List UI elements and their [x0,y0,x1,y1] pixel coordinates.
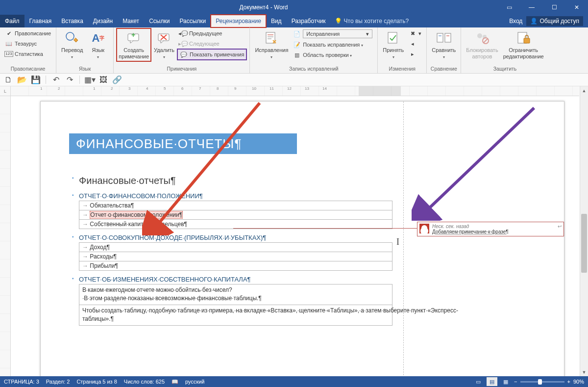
translate-button[interactable]: Перевод [59,28,85,59]
share-button[interactable]: 👤 Общий доступ [526,16,583,26]
heading-3[interactable]: ОТЧЕТ·ОБ·ИЗМЕНЕНИЯХ·СОБСТВЕННОГО·КАПИТАЛ… [79,276,392,283]
view-web-icon[interactable]: ▦ [500,377,511,386]
spelling-label: Правописание [15,30,51,37]
qat-table-icon[interactable]: ▦▾ [84,75,95,85]
track-changes-button[interactable]: Исправления [253,28,290,59]
tell-me[interactable]: 💡 Что вы хотите сделать? [331,15,413,27]
qat-undo-icon[interactable]: ↶ [50,75,61,85]
tab-layout[interactable]: Макет [118,15,144,27]
prev-comment-label: Предыдущее [189,30,222,37]
table-row[interactable]: Прибыли¶ [79,261,392,271]
show-markup-dropdown[interactable]: 📝Показать исправления [291,40,374,50]
qat-link-icon[interactable]: 🔗 [112,75,122,85]
reply-icon[interactable]: ↩ [558,224,562,229]
reviewing-pane-dropdown[interactable]: ▥Область проверки [291,50,374,60]
tab-review[interactable]: Рецензирование [211,15,266,27]
heading-3[interactable]: ОТЧЕТ·О·СОВОКУПНОМ·ДОХОДЕ·(ПРИБЫЛЯХ·И·УБ… [79,234,392,241]
next-change-button[interactable]: ▸ [407,49,423,59]
scroll-up-icon[interactable]: ▲ [580,86,588,95]
status-proofing-icon[interactable]: 📖 [172,379,178,385]
status-section[interactable]: Раздел: 2 [46,379,70,385]
show-comments-label: Показать примечания [190,51,244,58]
tab-design[interactable]: Дизайн [88,15,118,27]
maximize-icon[interactable]: ☐ [543,0,565,15]
tab-home[interactable]: Главная [24,15,57,27]
previous-comment-button[interactable]: ◂💬Предыдущее [177,28,246,38]
separator [46,76,46,84]
new-comment-button[interactable]: + Создать примечание [117,28,151,61]
display-for-review-dropdown[interactable]: 📄Исправления▾ [291,28,374,39]
table-row[interactable]: Обязательства¶ [79,201,392,210]
tab-developer[interactable]: Разработчик [287,15,331,27]
commented-text[interactable]: Отчет·о·финансовом·положении¶ [90,211,183,219]
paragraph[interactable]: В·каком·ежегодном·отчете·можно·обойтись·… [79,284,392,305]
translate-label: Перевод [61,47,83,53]
view-print-icon[interactable]: ▤ [487,377,497,386]
display-review-value: Исправления [306,30,340,37]
scroll-thumb[interactable] [581,214,587,273]
horizontal-ruler[interactable]: 121234567891011121314 [11,86,579,96]
sign-in-link[interactable]: Вход [509,18,522,25]
status-bar: СТРАНИЦА: 3 Раздел: 2 Страница 5 из 8 Чи… [0,376,588,387]
previous-change-button[interactable]: ◂ [407,39,423,49]
qat-new-icon[interactable]: 🗋 [3,75,14,85]
table-row[interactable]: Собственный·капитал·владельцев¶ [79,220,392,229]
zoom-slider[interactable] [520,381,564,383]
delete-comment-button[interactable]: Удалить [152,28,176,59]
document-content[interactable]: Финансовые·отчеты¶ ОТЧЕТ·О·ФИНАНСОВОМ·ПО… [79,175,392,326]
close-icon[interactable]: ✕ [565,0,588,15]
table-row[interactable]: Отчет·о·финансовом·положении¶ [79,210,392,220]
comment-balloon[interactable]: ↩ Неск. сек. назад Добавляем·примечание·… [417,222,564,236]
qat-save-icon[interactable]: 💾 [30,75,41,85]
delete-comment-label: Удалить [154,47,174,53]
doc-title-banner[interactable]: ФИНАНСОВЫЕ·ОТЧЕТЫ¶ [69,133,297,154]
group-comments: + Создать примечание Удалить ◂💬Предыдуще… [114,27,250,73]
word-count-button[interactable]: 123Статистика [3,49,53,59]
next-comment-button[interactable]: ▸💬Следующее [177,39,246,49]
qat-picture-icon[interactable]: 🖼 [98,75,109,85]
table-row[interactable]: Расходы¶ [79,252,392,261]
comment-text[interactable]: Добавляем·примечание·к·фразе¶ [432,229,561,234]
group-proofing-label: Правописание [3,65,53,73]
scroll-down-icon[interactable]: ▼ [580,368,588,376]
paragraph[interactable]: Чтобы·создать·таблицу,·подобную·таблице·… [79,305,392,326]
minimize-icon[interactable]: — [520,0,543,15]
group-compare: Сравнить Сравнение [427,27,461,73]
accept-button[interactable]: Принять [381,28,406,59]
table-1[interactable]: Обязательства¶ Отчет·о·финансовом·положе… [79,201,392,229]
status-word-count[interactable]: Число слов: 625 [124,379,165,385]
status-page-of[interactable]: Страница 5 из 8 [76,379,117,385]
group-language-label: Язык [59,65,110,73]
thesaurus-button[interactable]: 📖Тезаурус [3,39,53,49]
ruler-corner[interactable]: L [0,86,11,96]
show-comments-button[interactable]: 💬Показать примечания [177,49,246,60]
heading-3[interactable]: ОТЧЕТ·О·ФИНАНСОВОМ·ПОЛОЖЕНИИ¶ [79,192,392,200]
compare-button[interactable]: Сравнить [430,28,458,59]
tab-file[interactable]: Файл [0,15,24,27]
view-read-icon[interactable]: ▭ [473,377,484,386]
group-proofing: ✔Правописание 📖Тезаурус 123Статистика Пр… [0,27,56,73]
document-page[interactable]: ФИНАНСОВЫЕ·ОТЧЕТЫ¶ Финансовые·отчеты¶ ОТ… [40,101,564,376]
qat-open-icon[interactable]: 📂 [17,75,27,85]
status-language[interactable]: русский [185,379,204,385]
tab-insert[interactable]: Вставка [56,15,88,27]
reject-button[interactable]: ✖▾ [407,28,423,38]
table-row[interactable]: Доход¶ [79,243,392,252]
table-2[interactable]: Доход¶ Расходы¶ Прибыли¶ [79,242,392,271]
ribbon-options-icon[interactable]: ▭ [498,0,520,15]
qat-redo-icon[interactable]: ↷ [64,75,75,85]
language-button[interactable]: A字 Язык [86,28,110,59]
vertical-scrollbar[interactable]: ▲ ▼ [580,86,588,376]
tab-references[interactable]: Ссылки [144,15,174,27]
status-page[interactable]: СТРАНИЦА: 3 [4,379,39,385]
zoom-in-icon[interactable]: + [567,379,570,385]
restrict-editing-button[interactable]: Ограничить редактирование [501,28,546,59]
spelling-button[interactable]: ✔Правописание [3,28,53,38]
tab-mailings[interactable]: Рассылки [174,15,211,27]
svg-rect-12 [445,33,451,42]
heading-2[interactable]: Финансовые·отчеты¶ [79,175,392,186]
tab-view[interactable]: Вид [266,15,287,27]
zoom-value[interactable]: 90% [573,379,584,385]
zoom-out-icon[interactable]: − [514,379,517,385]
vertical-ruler[interactable] [0,96,11,376]
